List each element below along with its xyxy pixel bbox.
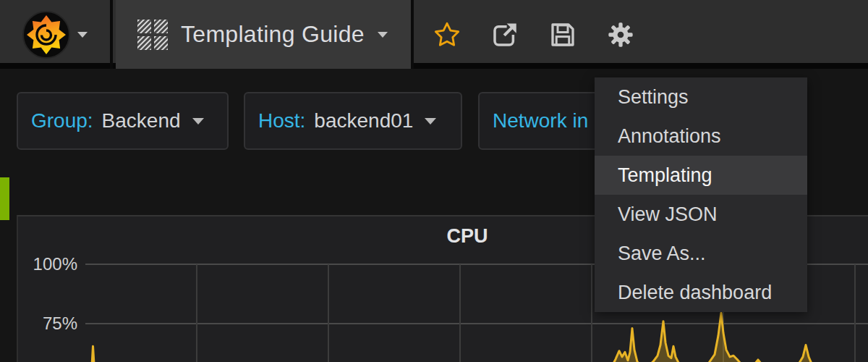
dashboard-title-picker[interactable]: Templating Guide [116, 0, 414, 69]
variable-picker-group[interactable]: Group: Backend [17, 92, 229, 150]
save-icon [548, 20, 578, 50]
cpu-series-fill [85, 313, 868, 362]
top-navbar: Templating Guide [0, 0, 868, 69]
save-button[interactable] [534, 0, 592, 69]
cpu-series-line [85, 313, 868, 362]
chevron-down-icon [425, 118, 436, 125]
menu-item-settings[interactable]: Settings [595, 77, 807, 117]
variable-label: Host: [258, 109, 305, 132]
chevron-down-icon [192, 118, 204, 125]
variable-value: Backend [102, 109, 181, 132]
grafana-dashboard: CPU 100%75% Group: Backend Host: backend… [0, 0, 868, 362]
dashboard-settings-menu: Settings Annotations Templating View JSO… [595, 77, 807, 312]
menu-item-annotations[interactable]: Annotations [595, 117, 807, 156]
variable-label: Group: [31, 109, 93, 132]
chevron-down-icon [77, 32, 88, 38]
dashboard-title: Templating Guide [181, 21, 365, 48]
settings-gear-button[interactable] [592, 0, 650, 69]
navbar-actions [418, 0, 650, 69]
dashboard-grid-icon [137, 20, 168, 50]
row-collapse-handle[interactable] [0, 177, 9, 220]
menu-item-view-json[interactable]: View JSON [595, 195, 807, 234]
grafana-logo-icon [22, 11, 70, 59]
star-button[interactable] [418, 0, 476, 69]
variable-value: backend01 [314, 109, 413, 132]
variable-picker-host[interactable]: Host: backend01 [244, 92, 462, 150]
star-icon [433, 20, 461, 49]
gear-icon [606, 20, 635, 49]
menu-item-templating[interactable]: Templating [595, 156, 807, 195]
menu-item-delete-dashboard[interactable]: Delete dashboard [595, 273, 807, 312]
share-button[interactable] [476, 0, 534, 69]
chevron-down-icon [378, 32, 388, 38]
share-icon [490, 20, 520, 50]
variable-label: Network in [493, 109, 588, 132]
grafana-logo-button[interactable] [0, 0, 113, 69]
menu-item-save-as[interactable]: Save As... [595, 234, 807, 273]
